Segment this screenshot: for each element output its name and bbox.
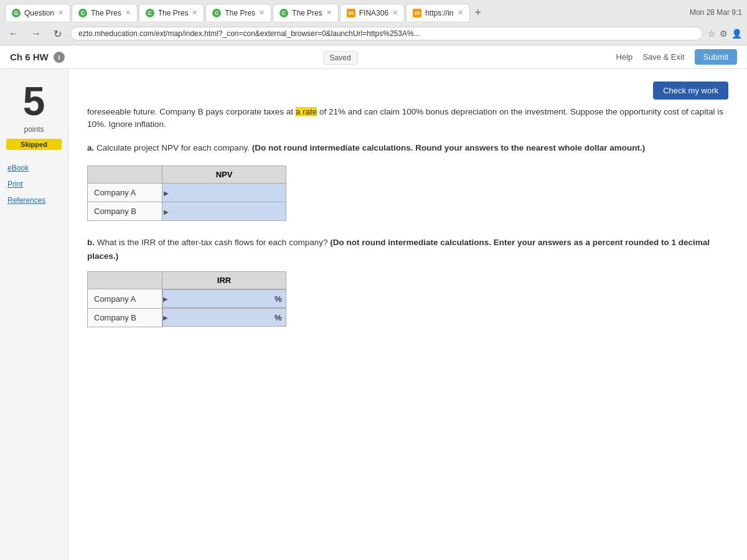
npv-table-blank-header [88,166,162,184]
sidebar: 5 points Skipped eBook Print References [0,69,68,560]
new-tab-button[interactable]: + [471,6,486,19]
part-b-question: b. What is the IRR of the after-tax cash… [87,236,728,263]
irr-input-company-a[interactable] [169,290,271,307]
forward-button[interactable]: → [27,27,45,40]
npv-input-company-b[interactable] [162,202,286,220]
save-exit-button[interactable]: Save & Exit [642,52,684,62]
saved-area: Saved [323,52,358,63]
npv-label-company-b: Company B [88,202,162,221]
tab-close-fina306[interactable]: ✕ [392,9,398,17]
irr-label-company-b: Company B [88,308,162,327]
irr-arrow-a: ▶ [163,296,168,302]
tab-pres3[interactable]: C The Pres ✕ [205,4,271,21]
sidebar-print-link[interactable]: Print [0,176,68,192]
browser-chrome: G Question ✕ C The Pres ✕ C The Pres ✕ C… [0,0,747,45]
irr-input-company-a-cell[interactable]: ▶ % [162,289,286,308]
npv-input-company-a-cell[interactable]: ▶ [162,184,286,202]
tab-bar: G Question ✕ C The Pres ✕ C The Pres ✕ C… [0,0,747,22]
points-label: points [0,124,68,139]
irr-input-company-b-cell[interactable]: ▶ % [162,308,286,327]
main-layout: 5 points Skipped eBook Print References … [0,69,747,560]
browser-toolbar-icons: ☆ ⚙ 👤 [708,29,742,39]
irr-table-blank-header [88,272,162,289]
irr-pct-b: % [271,313,286,322]
tab-https[interactable]: m https://in ✕ [406,4,469,21]
arrow-indicator-b: ▶ [164,208,169,215]
tab-close-https[interactable]: ✕ [458,9,463,17]
back-button[interactable]: ← [5,27,22,40]
tab-label-pres2: The Pres [158,9,189,17]
tab-close-question[interactable]: ✕ [58,9,63,17]
sidebar-references-link[interactable]: References [0,192,68,208]
tab-label-question: Question [24,9,54,17]
irr-row-company-b: Company B ▶ % [88,308,286,327]
tab-icon-pres1: C [78,9,87,17]
npv-table: NPV Company A ▶ Company B ▶ [87,166,286,221]
intro-text: foreseeable future. Company B pays corpo… [87,106,728,131]
tab-close-pres4[interactable]: ✕ [326,9,332,17]
check-my-work-button[interactable]: Check my work [653,82,728,100]
part-b-section: b. What is the IRR of the after-tax cash… [87,236,728,327]
tab-icon-pres2: C [146,9,154,17]
tab-icon-pres4: C [280,9,288,17]
submit-button[interactable]: Submit [695,49,737,65]
irr-label-company-a: Company A [88,289,162,309]
tab-question[interactable]: G Question ✕ [5,4,70,21]
irr-row-company-a: Company A ▶ % [88,289,286,309]
tab-label-pres1: The Pres [91,9,121,17]
hw-title: Ch 6 HW [10,52,49,62]
info-icon[interactable]: i [54,52,65,63]
help-button[interactable]: Help [616,52,633,62]
irr-pct-a: % [271,294,286,304]
top-bar: Ch 6 HW i Saved Help Save & Exit Submit [0,45,747,69]
irr-input-company-b[interactable] [169,309,271,326]
irr-table: IRR Company A ▶ % Company B [87,271,286,327]
npv-label-company-a: Company A [88,184,162,202]
tab-icon-https: m [413,9,421,17]
content-area: Check my work foreseeable future. Compan… [68,69,747,560]
tab-icon-fina306: m [347,9,355,17]
address-bar: ← → ↻ ☆ ⚙ 👤 [0,22,747,45]
refresh-button[interactable]: ↻ [50,27,65,41]
tab-close-pres2[interactable]: ✕ [192,9,197,17]
address-input[interactable] [70,27,703,40]
part-a-question: a. Calculate project NPV for each compan… [87,141,728,155]
tab-close-pres3[interactable]: ✕ [259,9,265,17]
bookmark-icon[interactable]: ☆ [708,29,716,39]
npv-row-company-a: Company A ▶ [88,184,286,202]
profile-icon[interactable]: 👤 [731,29,742,39]
tab-label-pres4: The Pres [292,9,322,17]
tab-icon-pres3: C [212,9,221,17]
npv-input-company-a[interactable] [162,184,286,202]
npv-input-company-b-cell[interactable]: ▶ [162,202,286,221]
tab-pres1[interactable]: C The Pres ✕ [72,4,138,21]
tab-label-fina306: FINA306 [359,9,388,17]
tab-label-https: https://in [425,9,453,17]
tab-pres2[interactable]: C The Pres ✕ [139,4,205,21]
top-bar-left: Ch 6 HW i [10,52,65,63]
tab-label-pres3: The Pres [225,9,255,17]
arrow-indicator-a: ▶ [164,189,169,196]
top-bar-right: Help Save & Exit Submit [616,49,737,65]
tab-close-pres1[interactable]: ✕ [125,9,131,17]
highlight-rate: a rate [296,107,317,116]
tab-pres4[interactable]: C The Pres ✕ [273,4,339,21]
question-number: 5 [0,75,68,124]
tab-fina306[interactable]: m FINA306 ✕ [340,4,405,21]
npv-table-header: NPV [162,166,286,184]
tab-icon-question: G [12,9,21,17]
datetime: Mon 28 Mar 9:1 [690,8,742,17]
sidebar-ebook-link[interactable]: eBook [0,160,68,176]
irr-arrow-b: ▶ [163,314,168,321]
npv-row-company-b: Company B ▶ [88,202,286,221]
skipped-badge: Skipped [6,139,62,150]
saved-badge: Saved [323,51,358,65]
irr-table-header: IRR [162,272,286,289]
extension-icon[interactable]: ⚙ [720,29,728,39]
